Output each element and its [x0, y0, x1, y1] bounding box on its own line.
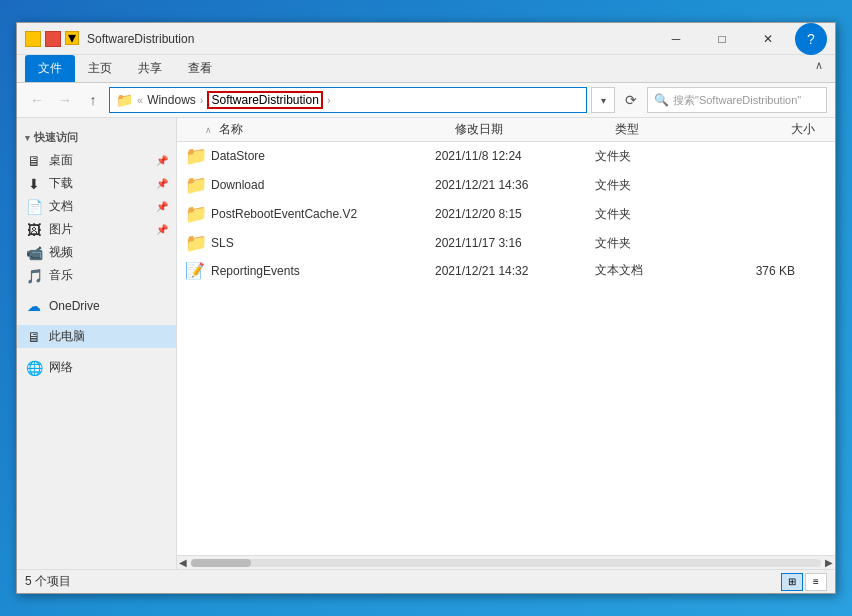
sep1: «	[137, 94, 143, 106]
ribbon-collapse[interactable]: ∧	[811, 55, 827, 82]
file-size-reporting: 376 KB	[715, 264, 795, 278]
sidebar-item-documents-label: 文档	[49, 198, 73, 215]
folder-icon: 📁	[185, 203, 205, 225]
file-name-postreboot: PostRebootEventCache.V2	[211, 207, 435, 221]
sidebar-item-download[interactable]: ⬇ 下载 📌	[17, 172, 176, 195]
table-row[interactable]: 📁 Download 2021/12/21 14:36 文件夹	[177, 171, 835, 200]
table-row[interactable]: 📁 PostRebootEventCache.V2 2021/12/20 8:1…	[177, 200, 835, 229]
music-icon: 🎵	[25, 268, 43, 284]
sidebar-item-music[interactable]: 🎵 音乐	[17, 264, 176, 287]
file-date-postreboot: 2021/12/20 8:15	[435, 207, 595, 221]
scroll-left-btn[interactable]: ◀	[177, 557, 189, 568]
file-name-reporting: ReportingEvents	[211, 264, 435, 278]
table-row[interactable]: 📁 DataStore 2021/11/8 12:24 文件夹	[177, 142, 835, 171]
view-details-button[interactable]: ⊞	[781, 573, 803, 591]
scroll-right-btn[interactable]: ▶	[823, 557, 835, 568]
main-content: ▾ 快速访问 🖥 桌面 📌 ⬇ 下载 📌 📄 文档 📌 🖼 图片 �	[17, 118, 835, 569]
file-type-postreboot: 文件夹	[595, 206, 715, 223]
sidebar-item-network[interactable]: 🌐 网络	[17, 356, 176, 379]
file-date-datastore: 2021/11/8 12:24	[435, 149, 595, 163]
download-icon: ⬇	[25, 176, 43, 192]
onedrive-icon: ☁	[25, 298, 43, 314]
pin-icon-download: 📌	[156, 178, 168, 189]
file-name-sls: SLS	[211, 236, 435, 250]
file-date-download: 2021/12/21 14:36	[435, 178, 595, 192]
tab-share[interactable]: 共享	[125, 55, 175, 82]
scrollbar-thumb[interactable]	[191, 559, 251, 567]
address-dropdown[interactable]: ▾	[591, 87, 615, 113]
title-bar: ▾ SoftwareDistribution ─ □ ✕ ?	[17, 23, 835, 55]
pin-icon-desktop: 📌	[156, 155, 168, 166]
address-path[interactable]: 📁 « Windows › SoftwareDistribution ›	[109, 87, 587, 113]
col-header-type[interactable]: 类型	[615, 121, 735, 138]
col-header-date[interactable]: 修改日期	[455, 121, 615, 138]
minimize-button[interactable]: ─	[653, 23, 699, 55]
search-placeholder: 搜索"SoftwareDistribution"	[673, 93, 801, 108]
folder-icon: 📁	[185, 145, 205, 167]
search-icon: 🔍	[654, 93, 669, 107]
network-icon: 🌐	[25, 360, 43, 376]
sidebar-item-onedrive[interactable]: ☁ OneDrive	[17, 295, 176, 317]
sidebar-item-onedrive-label: OneDrive	[49, 299, 100, 313]
file-list: 📁 DataStore 2021/11/8 12:24 文件夹 📁 Downlo…	[177, 142, 835, 555]
search-box[interactable]: 🔍 搜索"SoftwareDistribution"	[647, 87, 827, 113]
col-header-size[interactable]: 大小	[735, 121, 815, 138]
help-button[interactable]: ?	[795, 23, 827, 55]
title-icon-red	[45, 31, 61, 47]
ribbon-tabs: 文件 主页 共享 查看 ∧	[17, 55, 835, 82]
file-type-sls: 文件夹	[595, 235, 715, 252]
horizontal-scrollbar[interactable]: ◀ ▶	[177, 555, 835, 569]
ribbon: 文件 主页 共享 查看 ∧	[17, 55, 835, 83]
file-type-datastore: 文件夹	[595, 148, 715, 165]
documents-icon: 📄	[25, 199, 43, 215]
forward-button[interactable]: →	[53, 88, 77, 112]
desktop-icon: 🖥	[25, 153, 43, 169]
file-explorer-window: ▾ SoftwareDistribution ─ □ ✕ ? 文件 主页 共享 …	[16, 22, 836, 594]
sidebar: ▾ 快速访问 🖥 桌面 📌 ⬇ 下载 📌 📄 文档 📌 🖼 图片 �	[17, 118, 177, 569]
crumb-softwaredistribution[interactable]: SoftwareDistribution	[207, 91, 322, 109]
file-name-datastore: DataStore	[211, 149, 435, 163]
crumb-windows[interactable]: Windows	[147, 93, 196, 107]
sidebar-item-music-label: 音乐	[49, 267, 73, 284]
col-header-name[interactable]: ∧ 名称	[205, 121, 455, 138]
file-date-sls: 2021/11/17 3:16	[435, 236, 595, 250]
view-buttons: ⊞ ≡	[781, 573, 827, 591]
table-row[interactable]: 📁 SLS 2021/11/17 3:16 文件夹	[177, 229, 835, 258]
view-list-button[interactable]: ≡	[805, 573, 827, 591]
file-date-reporting: 2021/12/21 14:32	[435, 264, 595, 278]
scrollbar-track[interactable]	[191, 559, 821, 567]
sidebar-item-videos[interactable]: 📹 视频	[17, 241, 176, 264]
maximize-button[interactable]: □	[699, 23, 745, 55]
sidebar-item-documents[interactable]: 📄 文档 📌	[17, 195, 176, 218]
close-button[interactable]: ✕	[745, 23, 791, 55]
tab-file[interactable]: 文件	[25, 55, 75, 82]
folder-icon: 📁	[185, 232, 205, 254]
sidebar-item-desktop[interactable]: 🖥 桌面 📌	[17, 149, 176, 172]
address-folder-icon: 📁	[116, 92, 133, 108]
back-button[interactable]: ←	[25, 88, 49, 112]
sidebar-item-pictures[interactable]: 🖼 图片 📌	[17, 218, 176, 241]
tab-view[interactable]: 查看	[175, 55, 225, 82]
pin-icon-pictures: 📌	[156, 224, 168, 235]
refresh-button[interactable]: ⟳	[619, 87, 643, 113]
sidebar-item-thispc-label: 此电脑	[49, 328, 85, 345]
status-bar: 5 个项目 ⊞ ≡	[17, 569, 835, 593]
address-bar: ← → ↑ 📁 « Windows › SoftwareDistribution…	[17, 83, 835, 118]
quick-access-header[interactable]: ▾ 快速访问	[17, 126, 176, 149]
tab-home[interactable]: 主页	[75, 55, 125, 82]
crumb-sep2: ›	[327, 94, 331, 106]
title-icon-dropdown[interactable]: ▾	[65, 31, 79, 45]
file-list-header: ∧ 名称 修改日期 类型 大小	[177, 118, 835, 142]
thispc-icon: 🖥	[25, 329, 43, 345]
table-row[interactable]: 📝 ReportingEvents 2021/12/21 14:32 文本文档 …	[177, 258, 835, 284]
file-area: ∧ 名称 修改日期 类型 大小 📁 DataStore 2021/11/8 12…	[177, 118, 835, 569]
file-icon: 📝	[185, 261, 205, 280]
sidebar-item-thispc[interactable]: 🖥 此电脑	[17, 325, 176, 348]
pin-icon-documents: 📌	[156, 201, 168, 212]
pictures-icon: 🖼	[25, 222, 43, 238]
sidebar-item-videos-label: 视频	[49, 244, 73, 261]
file-type-download: 文件夹	[595, 177, 715, 194]
sidebar-item-download-label: 下载	[49, 175, 73, 192]
crumb-sep: ›	[200, 94, 204, 106]
up-button[interactable]: ↑	[81, 88, 105, 112]
